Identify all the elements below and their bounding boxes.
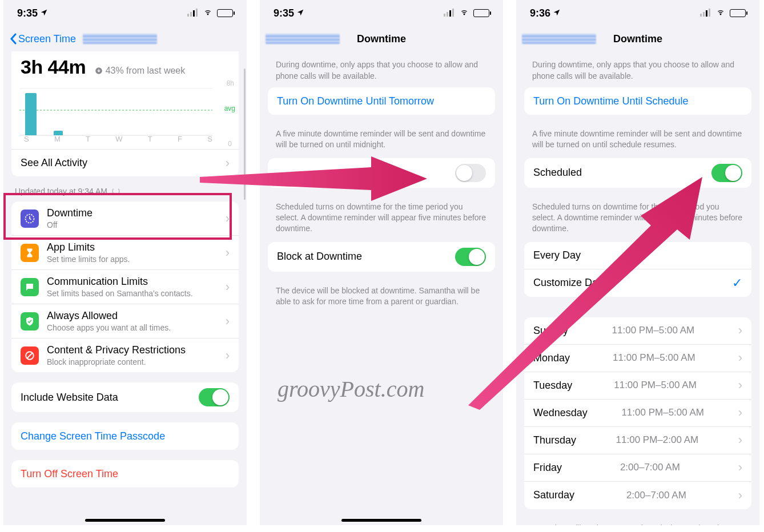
status-time: 9:36	[530, 7, 550, 19]
back-button[interactable]: Screen Time	[9, 33, 76, 45]
day-row[interactable]: Thursday11:00 PM–2:00 AM›	[524, 427, 751, 454]
days-group: Sunday11:00 PM–5:00 AM› Monday11:00 PM–5…	[524, 317, 751, 509]
scheduled-row[interactable]: Scheduled	[268, 158, 495, 188]
row-subtitle: Off	[47, 220, 93, 229]
chevron-right-icon: ›	[738, 488, 742, 503]
include-website-data-row[interactable]: Include Website Data	[11, 382, 239, 412]
scheduled-toggle[interactable]	[455, 164, 486, 182]
chevron-right-icon: ›	[226, 245, 230, 260]
turn-on-downtime-row[interactable]: Turn On Downtime Until Tomorrow	[268, 87, 495, 115]
status-time: 9:35	[274, 7, 294, 19]
svg-point-16	[464, 14, 465, 15]
row-subtitle: Set limits based on Samantha's contacts.	[47, 289, 193, 298]
svg-rect-13	[447, 12, 448, 17]
home-indicator	[85, 519, 165, 522]
day-row[interactable]: Saturday2:00–7:00 AM›	[524, 482, 751, 509]
turn-off-group: Turn Off Screen Time	[11, 460, 239, 487]
battery-icon	[217, 9, 233, 17]
location-icon	[40, 7, 48, 19]
axis-day: T	[148, 135, 152, 143]
svg-rect-2	[193, 10, 195, 17]
usage-summary-card: 3h 44m 43% from last week 8h 0 avg S M T…	[11, 51, 239, 176]
axis-day: F	[178, 135, 182, 143]
see-all-activity-row[interactable]: See All Activity ›	[11, 149, 239, 176]
turn-on-downtime-row[interactable]: Turn On Downtime Until Schedule	[524, 87, 751, 115]
home-indicator	[341, 519, 421, 522]
customize-days-row[interactable]: Customize Days ✓	[524, 269, 751, 297]
signal-icon	[444, 9, 455, 18]
row-title: Every Day	[533, 249, 581, 261]
scheduled-row[interactable]: Scheduled	[524, 158, 751, 188]
chevron-right-icon: ›	[738, 405, 742, 420]
row-title: Scheduled	[533, 167, 582, 179]
bar-sunday	[25, 93, 37, 135]
wifi-icon	[715, 9, 726, 18]
see-all-label: See All Activity	[21, 157, 87, 169]
row-title: Downtime	[47, 207, 93, 219]
svg-rect-14	[449, 10, 451, 17]
hourglass-icon	[21, 244, 39, 262]
chevron-right-icon: ›	[226, 211, 230, 226]
turn-off-screentime-row[interactable]: Turn Off Screen Time	[11, 460, 239, 487]
row-title: Always Allowed	[47, 310, 171, 322]
day-row[interactable]: Sunday11:00 PM–5:00 AM›	[524, 317, 751, 345]
day-row[interactable]: Friday2:00–7:00 AM›	[524, 454, 751, 482]
svg-rect-18	[703, 12, 705, 17]
block-toggle[interactable]	[455, 248, 486, 266]
app-limits-row[interactable]: App Limits Set time limits for apps. ›	[11, 236, 239, 270]
chevron-right-icon: ›	[738, 378, 742, 393]
svg-rect-20	[709, 9, 710, 17]
downtime-row[interactable]: Downtime Off ›	[11, 201, 239, 236]
include-website-group: Include Website Data	[11, 382, 239, 412]
screenshot-3: 9:36 Downtime During downtime, only apps…	[516, 0, 759, 525]
location-icon	[553, 7, 561, 19]
row-title: Communication Limits	[47, 276, 193, 288]
status-bar: 9:35	[3, 0, 247, 26]
row-title: Block at Downtime	[277, 251, 362, 263]
wifi-icon	[202, 9, 214, 18]
day-row[interactable]: Monday11:00 PM–5:00 AM›	[524, 345, 751, 372]
svg-point-21	[720, 14, 721, 15]
nav-bar: Screen Time	[3, 26, 247, 51]
change-passcode-group: Change Screen Time Passcode	[11, 422, 239, 450]
battery-icon	[473, 9, 489, 17]
chevron-right-icon: ›	[738, 460, 742, 475]
every-day-row[interactable]: Every Day	[524, 242, 751, 269]
location-icon	[296, 7, 304, 19]
svg-rect-19	[706, 10, 707, 17]
screenshot-1: 9:35 Screen Time 3h 44m 43% f	[3, 0, 247, 525]
chevron-right-icon: ›	[226, 156, 230, 171]
axis-day: S	[24, 135, 29, 143]
content-restrictions-row[interactable]: Content & Privacy Restrictions Block ina…	[11, 338, 239, 372]
chevron-right-icon: ›	[738, 350, 742, 365]
scheduled-note: Scheduled turns on downtime for the time…	[516, 198, 759, 234]
communication-limits-row[interactable]: Communication Limits Set limits based on…	[11, 270, 239, 304]
screenshot-2: 9:35 Downtime During downtime, only apps…	[260, 0, 503, 525]
scheduled-toggle[interactable]	[711, 164, 742, 182]
row-subtitle: Block inappropriate content.	[47, 357, 186, 366]
checkmark-icon: ✓	[732, 276, 742, 291]
block-at-downtime-row[interactable]: Block at Downtime	[268, 242, 495, 272]
row-subtitle: Choose apps you want at all times.	[47, 323, 171, 332]
loading-spinner-icon	[112, 187, 120, 195]
day-row[interactable]: Tuesday11:00 PM–5:00 AM›	[524, 372, 751, 400]
features-group: Downtime Off › App Limits Set time limit…	[11, 201, 239, 372]
row-subtitle: Set time limits for apps.	[47, 255, 130, 264]
svg-rect-17	[700, 14, 702, 17]
downtime-icon	[21, 209, 39, 228]
signal-icon	[700, 9, 711, 18]
redacted-back	[266, 34, 340, 44]
chevron-right-icon: ›	[226, 348, 230, 363]
always-allowed-row[interactable]: Always Allowed Choose apps you want at a…	[11, 304, 239, 338]
status-time: 9:35	[17, 7, 38, 19]
row-title: Include Website Data	[21, 392, 118, 404]
row-title: Turn On Downtime Until Tomorrow	[277, 95, 434, 107]
day-row[interactable]: Wednesday11:00 PM–5:00 AM›	[524, 400, 751, 427]
redacted-back	[522, 34, 596, 44]
row-title: App Limits	[47, 241, 130, 253]
include-website-toggle[interactable]	[199, 388, 230, 406]
change-passcode-row[interactable]: Change Screen Time Passcode	[11, 422, 239, 450]
chevron-right-icon: ›	[226, 280, 230, 295]
chevron-right-icon: ›	[226, 314, 230, 329]
watermark-text: groovyPost.com	[278, 376, 424, 402]
